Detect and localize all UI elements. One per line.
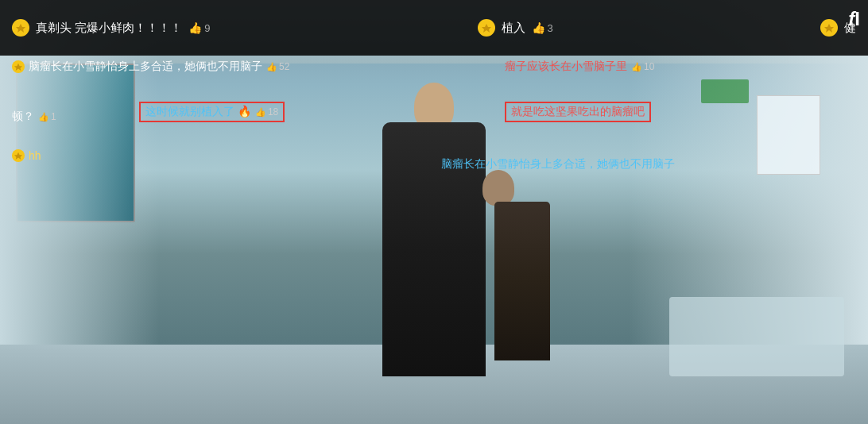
top-bar-center-text: 植入 <box>502 21 525 36</box>
figure-front-body <box>382 122 486 376</box>
corner-i: I <box>854 8 860 29</box>
top-bar-like-1[interactable]: 9 <box>188 21 210 34</box>
figure-back-head <box>482 170 514 206</box>
vip-badge-1 <box>12 19 29 37</box>
corner-letters: fI <box>848 8 860 30</box>
top-bar-item-1: 真剃头 完爆小鲜肉！！！！ 9 <box>12 19 210 37</box>
figure-back-body <box>494 202 550 360</box>
top-bar-like-2[interactable]: 3 <box>532 21 553 34</box>
vip-badge-2 <box>478 19 495 37</box>
hospital-poster <box>757 95 820 175</box>
top-bar: 真剃头 完爆小鲜肉！！！！ 9 植入 3 健 <box>0 0 868 56</box>
top-bar-vip-text: 真剃头 完爆小鲜肉！！！！ <box>36 21 182 36</box>
svg-marker-2 <box>824 24 834 33</box>
svg-marker-0 <box>16 24 25 33</box>
vip-badge-3 <box>820 19 838 37</box>
hospital-sign <box>701 79 749 103</box>
hospital-counter <box>669 297 844 376</box>
top-bar-item-2: 植入 3 <box>478 19 553 37</box>
corridor-overlay <box>0 0 868 424</box>
svg-marker-1 <box>482 24 491 33</box>
